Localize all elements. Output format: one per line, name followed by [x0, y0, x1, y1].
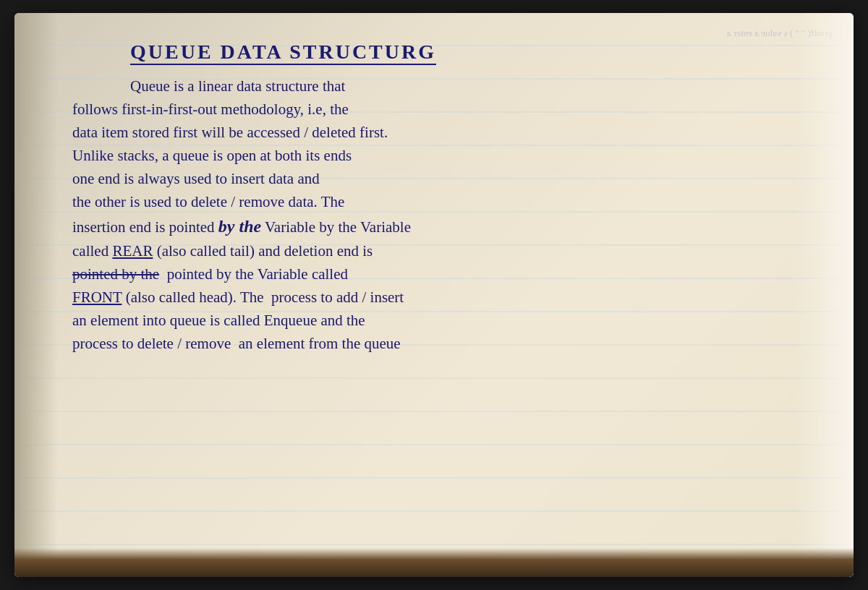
front-label: FRONT — [72, 288, 122, 306]
para-line-7: insertion end is pointed by the Variable… — [72, 213, 781, 239]
para-line-1: Queue is a linear data structure that — [72, 75, 781, 98]
para-line-5: one end is always used to insert data an… — [72, 168, 781, 191]
para-line-8: called REAR (also called tail) and delet… — [72, 240, 781, 263]
para-line-3: data item stored first will be accessed … — [72, 121, 781, 145]
body-text: Queue is a linear data structure that fo… — [72, 75, 781, 355]
para-line-6: the other is used to delete / remove dat… — [72, 191, 781, 214]
page-title: QUEUE DATA STRUCTURG — [130, 42, 436, 65]
para-line-9: pointed by the pointed by the Variable c… — [72, 263, 781, 286]
para-line-12: process to delete / remove an element fr… — [72, 333, 781, 356]
bottom-table-bar — [14, 548, 854, 577]
notebook-page: printf( " " ) s value a enter a QUEUE DA… — [14, 13, 854, 577]
by-the-bold: by the — [218, 217, 261, 236]
rear-label: REAR — [112, 242, 153, 260]
para-line-10: FRONT (also called head). The process to… — [72, 286, 781, 309]
para-line-2: follows first-in-first-out methodology, … — [72, 98, 781, 121]
title-area: QUEUE DATA STRUCTURG — [130, 42, 781, 65]
strikethrough-text: pointed by the — [72, 265, 159, 283]
page-content: QUEUE DATA STRUCTURG Queue is a linear d… — [72, 35, 781, 541]
para-line-4: Unlike stacks, a queue is open at both i… — [72, 145, 781, 168]
para-line-11: an element into queue is called Enqueue … — [72, 309, 781, 333]
